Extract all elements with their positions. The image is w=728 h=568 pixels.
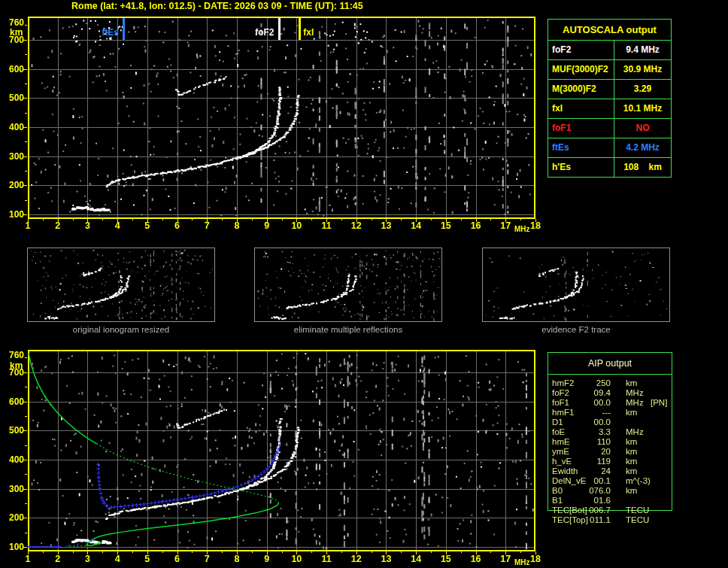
aip-row-foF1: foF100.0MHz[PN] [548,398,671,408]
x-tick-label: 6 [168,554,187,563]
aip-unit: km [626,447,637,457]
autoscala-param-label: ftEs [548,138,614,157]
y-axis-unit: km [10,27,23,38]
x-tick-label: 5 [138,221,156,230]
aip-unit: MHz [626,427,644,437]
aip-row-DelN_vE: DelN_vE00.1m^(-3) [548,476,671,486]
x-tick-label: 12 [347,221,366,230]
aip-val: 006.7 [576,506,611,515]
y-tick-label: 500 [2,93,24,102]
x-tick-label: 11 [317,221,335,230]
x-tick-label: 6 [168,221,187,230]
y-tick-label: 300 [2,152,24,161]
aip-val: 24 [576,466,611,476]
x-tick-label: 1 [19,554,37,563]
y-tick-label: 760 [2,18,24,27]
autoscala-row-foF2: foF29.4 MHz [548,41,671,59]
x-tick-label: 10 [287,221,305,230]
thumbnail-caption-1: original ionogram resized [27,325,215,334]
aip-val: 20 [576,447,611,457]
y-tick-label: 100 [2,542,24,551]
autoscala-table-rows: foF29.4 MHzMUF(3000)F230.9 MHzM(3000)F23… [548,41,671,177]
aip-table-title: AIP output [548,353,672,375]
aip-unit: m^(-3) [626,476,651,486]
x-axis-unit: MHz [514,225,530,233]
aip-row-ymE: ymE20km [548,447,671,457]
aip-lab: hmF2 [552,378,574,388]
autoscala-param-value: 9.4 MHz [614,41,671,59]
aip-row-hmF1: hmF1---km [548,408,671,418]
x-tick-label: 12 [347,554,366,563]
x-tick-label: 10 [287,554,305,563]
x-tick-label: 11 [317,554,335,563]
autoscala-param-label: MUF(3000)F2 [548,60,614,79]
y-tick-label: 400 [2,455,24,464]
aip-val: 076.0 [576,486,611,496]
x-tick-label: 4 [108,221,126,230]
x-tick-label: 8 [228,221,246,230]
aip-row-h_vE: h_vE119km [548,457,671,466]
aip-lab: Ewidth [552,466,578,476]
aip-unit: km [626,437,637,447]
aip-lab: foF2 [552,388,569,398]
aip-val: --- [576,408,611,418]
x-tick-label: 16 [467,221,485,230]
autoscala-row-M3000F2: M(3000)F23.29 [548,79,671,99]
x-tick-label: 13 [377,554,395,563]
x-tick-label: 7 [198,554,216,563]
x-tick-label: 8 [228,554,246,563]
aip-unit: km [626,466,637,476]
autoscala-row-MUF3000F2: MUF(3000)F230.9 MHz [548,59,671,79]
x-tick-label: 14 [407,554,425,563]
aip-row-Ewidth: Ewidth24km [548,466,671,476]
autoscala-param-value: 30.9 MHz [614,60,671,79]
aip-val: 3.3 [576,427,611,437]
aip-val: 110 [576,437,611,447]
aip-row-TEC[Bot]: TEC[Bot]006.7TECU [548,506,671,515]
x-tick-label: 4 [108,554,126,563]
aip-val: 00.0 [576,418,611,427]
y-tick-label: 100 [2,210,24,219]
page-title: Rome (lat: +41.8, lon: 012.5) - DATE: 20… [71,1,363,11]
x-tick-label: 1 [19,221,37,230]
autoscala-param-label: M(3000)F2 [548,80,614,99]
aip-row-B1: B101.6 [548,496,671,506]
autoscala-param-value: 108 km [614,158,671,177]
aip-val: 09.4 [576,388,611,398]
aip-row-foE: foE3.3MHz [548,427,671,437]
aip-unit: km [626,408,637,418]
x-tick-label: 3 [78,221,96,230]
x-tick-label: 2 [49,554,67,563]
aip-row-D1: D100.0 [548,418,671,427]
autoscala-param-value: 3.29 [614,80,671,99]
autoscala-param-value: 4.2 MHz [614,138,671,157]
x-tick-label: 17 [496,554,514,563]
aip-val: 119 [576,457,611,466]
autoscala-row-foF1: foF1NO [548,118,671,138]
x-tick-label: 9 [258,554,276,563]
aip-lab: ymE [552,447,569,457]
aip-unit: MHz [626,388,644,398]
x-tick-label: 15 [437,554,455,563]
y-tick-label: 600 [2,397,24,406]
aip-row-hmF2: hmF2250km [548,378,671,388]
autoscala-row-hpEs: h'Es108 km [548,157,671,177]
aip-lab: hmF1 [552,408,574,418]
aip-unit: MHz [626,398,644,408]
aip-val: 00.1 [576,476,611,486]
autoscala-row-fxI: fxI10.1 MHz [548,99,671,118]
aip-val: 011.1 [576,515,611,525]
aip-lab: hmE [552,437,570,447]
aip-lab: D1 [552,418,563,427]
marker-label-ftEs: ftEs [87,28,119,37]
y-tick-label: 500 [2,426,24,435]
x-tick-label: 9 [258,221,276,230]
aip-lab: foE [552,427,565,437]
x-tick-label: 5 [138,554,156,563]
aip-row-hmE: hmE110km [548,437,671,447]
y-tick-label: 400 [2,123,24,132]
x-tick-label: 7 [198,221,216,230]
aip-unit: TECU [626,515,649,525]
aip-row-TEC[Top]: TEC[Top]011.1TECU [548,515,671,525]
y-tick-label: 760 [2,351,24,360]
